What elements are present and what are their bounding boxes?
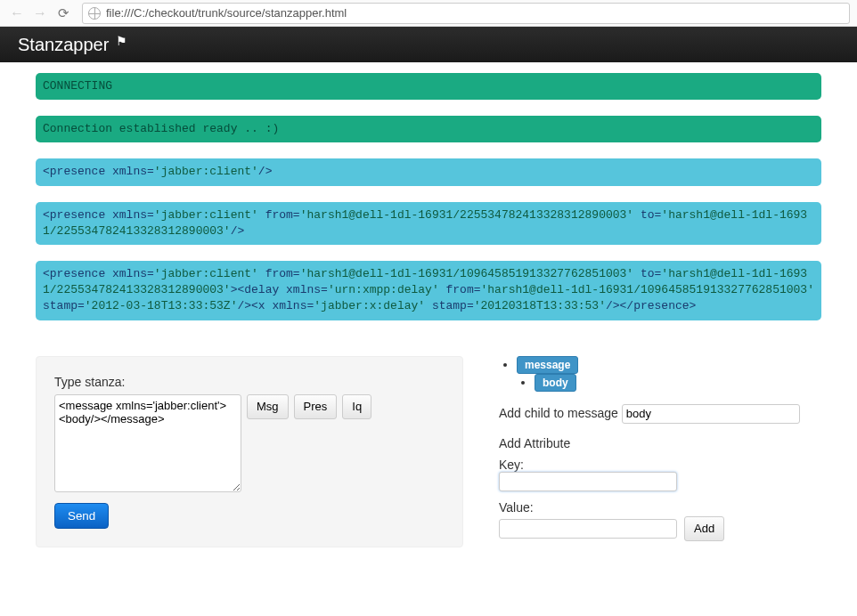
compose-panel: Type stanza: Msg Pres Iq Send [36,356,463,547]
tree-panel: message body Add child to message Add At… [499,356,821,547]
url-bar[interactable]: file:///C:/checkout/trunk/source/stanzap… [82,3,850,24]
back-button[interactable]: ← [7,4,27,23]
stanza-textarea[interactable] [54,394,241,492]
log-entry: Connection established ready .. :) [36,116,821,142]
stanza-tree: message body [499,356,821,392]
value-label: Value: [499,500,821,515]
add-attribute-section: Add Attribute Key: Value: Add [499,436,821,541]
add-attribute-heading: Add Attribute [499,436,821,450]
forward-button[interactable]: → [30,4,50,23]
add-child-row: Add child to message [499,404,821,424]
pres-button[interactable]: Pres [294,394,338,419]
iq-button[interactable]: Iq [342,394,371,419]
add-button[interactable]: Add [684,516,724,541]
browser-toolbar: ← → ⟳ file:///C:/checkout/trunk/source/s… [0,0,857,27]
log-entry: <presence xmlns='jabber:client'/> [36,158,821,185]
attr-key-input[interactable] [499,472,677,491]
app-title: Stanzapper [18,35,109,55]
app-navbar: Stanzapper ⚑ [0,27,857,62]
flag-icon: ⚑ [116,34,127,48]
add-child-label: Add child to message [499,406,618,420]
reload-button[interactable]: ⟳ [53,4,73,23]
log-entry: <presence xmlns='jabber:client' from='ha… [36,261,821,320]
url-text: file:///C:/checkout/trunk/source/stanzap… [106,6,347,20]
send-button[interactable]: Send [54,503,109,529]
log-entry: CONNECTING [36,73,821,100]
attr-value-input[interactable] [499,519,677,539]
tree-node-body[interactable]: body [535,374,576,392]
add-child-input[interactable] [622,404,800,424]
key-label: Key: [499,458,821,472]
compose-label: Type stanza: [54,375,445,389]
globe-icon [88,7,101,20]
msg-button[interactable]: Msg [247,394,289,419]
log-entry: <presence xmlns='jabber:client' from='ha… [36,202,821,245]
tree-node-message[interactable]: message [517,356,578,374]
log-list: CONNECTINGConnection established ready .… [36,73,821,320]
